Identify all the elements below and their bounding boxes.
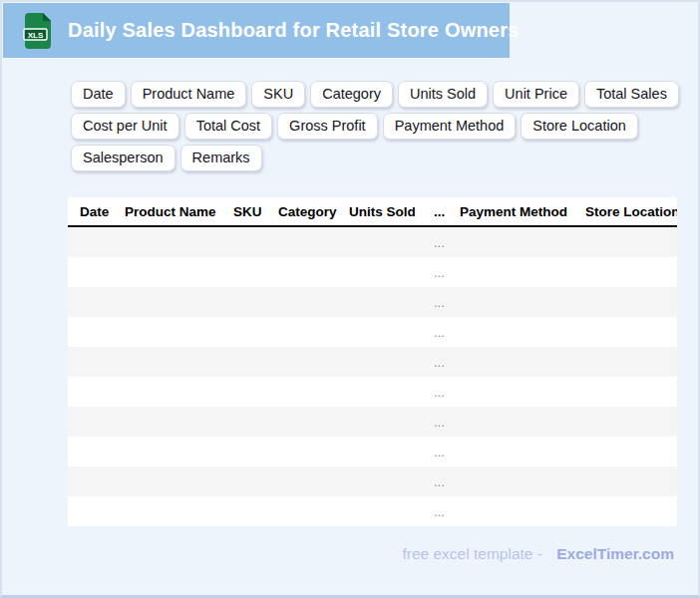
table-header-row: DateProduct NameSKUCategoryUnits Sold...…: [68, 197, 677, 226]
field-chip-cost-per-unit[interactable]: Cost per Unit: [71, 113, 179, 140]
table-cell: [125, 347, 233, 377]
table-cell: [278, 226, 349, 257]
table-cell: [585, 466, 677, 496]
table-cell: ...: [434, 347, 460, 377]
field-chip-payment-method[interactable]: Payment Method: [383, 113, 517, 140]
table-cell: [349, 287, 434, 317]
table-cell: [233, 407, 278, 437]
field-chip-units-sold[interactable]: Units Sold: [398, 81, 488, 108]
table-cell: [349, 347, 434, 377]
field-chip-total-cost[interactable]: Total Cost: [184, 113, 272, 140]
table-cell: [585, 257, 677, 287]
table-cell: [278, 317, 349, 347]
table-cell: [460, 437, 585, 466]
field-chip-sku[interactable]: SKU: [251, 81, 305, 108]
table-cell: [125, 466, 233, 496]
table-cell: [585, 317, 677, 347]
table-row-4: ...: [68, 317, 677, 347]
table-cell: [125, 407, 233, 437]
table-cell: [460, 407, 585, 437]
table-cell: [460, 347, 585, 377]
table-cell: ...: [434, 377, 460, 407]
field-chip-salesperson[interactable]: Salesperson: [71, 145, 175, 171]
table-cell: [349, 496, 434, 526]
field-chip-date[interactable]: Date: [71, 81, 126, 108]
field-chip-gross-profit[interactable]: Gross Profit: [277, 113, 378, 140]
table-row-9: ...: [68, 466, 677, 496]
table-cell: [233, 496, 278, 526]
column-header-store-location: Store Location: [585, 197, 677, 226]
table-cell: [68, 377, 125, 407]
table-row-10: ...: [68, 496, 677, 526]
column-header-category: Category: [278, 197, 349, 226]
table-cell: [278, 287, 349, 317]
header-bar: XLS Daily Sales Dashboard for Retail Sto…: [3, 3, 510, 58]
table-cell: [278, 377, 349, 407]
sales-table: DateProduct NameSKUCategoryUnits Sold...…: [68, 197, 677, 526]
table-cell: [585, 407, 677, 437]
table-cell: [68, 347, 125, 377]
column-header-sku: SKU: [233, 197, 278, 226]
table-cell: [68, 226, 125, 257]
field-chip-remarks[interactable]: Remarks: [180, 145, 262, 171]
table-cell: [585, 496, 677, 526]
field-chip-product-name[interactable]: Product Name: [131, 81, 247, 108]
table-row-8: ...: [68, 437, 677, 466]
table-cell: [278, 437, 349, 466]
page-title: Daily Sales Dashboard for Retail Store O…: [68, 19, 519, 42]
field-chip-unit-price[interactable]: Unit Price: [493, 81, 579, 108]
column-header-date: Date: [68, 197, 125, 226]
table-cell: [349, 257, 434, 287]
table-cell: [125, 257, 233, 287]
table-cell: [233, 377, 278, 407]
table-cell: [233, 466, 278, 496]
table-row-6: ...: [68, 377, 677, 407]
table-cell: [585, 347, 677, 377]
table-cell: ...: [434, 407, 460, 437]
table-cell: ...: [434, 466, 460, 496]
table-cell: [585, 226, 677, 257]
table-cell: [233, 226, 278, 257]
table-cell: [278, 347, 349, 377]
table-cell: [278, 257, 349, 287]
table-cell: [349, 317, 434, 347]
column-header-product-name: Product Name: [125, 197, 233, 226]
table-cell: [460, 226, 585, 257]
table-cell: [125, 496, 233, 526]
table-cell: [349, 466, 434, 496]
table-cell: [278, 496, 349, 526]
table-cell: ...: [434, 496, 460, 526]
table-cell: ...: [434, 317, 460, 347]
table-cell: [278, 466, 349, 496]
column-header-payment-method: Payment Method: [460, 197, 585, 226]
table-cell: [68, 317, 125, 347]
table-row-1: ...: [68, 226, 677, 257]
xls-icon-label: XLS: [28, 30, 44, 39]
table-cell: [68, 496, 125, 526]
xls-file-icon: XLS: [23, 12, 53, 50]
sales-table-container: DateProduct NameSKUCategoryUnits Sold...…: [68, 197, 677, 526]
chip-row-3: SalespersonRemarks: [71, 145, 679, 171]
table-cell: [460, 257, 585, 287]
chip-row-2: Cost per UnitTotal CostGross ProfitPayme…: [71, 113, 679, 140]
table-cell: [68, 287, 125, 317]
table-cell: ...: [434, 287, 460, 317]
table-cell: [460, 317, 585, 347]
footer: free excel template - ExcelTimer.com: [402, 545, 674, 563]
table-cell: [125, 437, 233, 466]
field-chip-total-sales[interactable]: Total Sales: [584, 81, 679, 108]
footer-brand-link[interactable]: ExcelTimer.com: [556, 545, 674, 562]
field-chip-store-location[interactable]: Store Location: [521, 113, 638, 140]
table-cell: [460, 377, 585, 407]
table-header: DateProduct NameSKUCategoryUnits Sold...…: [68, 197, 677, 226]
table-cell: [125, 377, 233, 407]
field-chip-category[interactable]: Category: [310, 81, 393, 108]
footer-free-text: free excel template -: [402, 545, 541, 562]
page: XLS Daily Sales Dashboard for Retail Sto…: [0, 0, 700, 598]
field-chip-list: DateProduct NameSKUCategoryUnits SoldUni…: [71, 81, 679, 176]
table-cell: [233, 437, 278, 466]
table-cell: [349, 226, 434, 257]
table-cell: ...: [434, 257, 460, 287]
table-cell: [278, 407, 349, 437]
table-cell: [460, 466, 585, 496]
